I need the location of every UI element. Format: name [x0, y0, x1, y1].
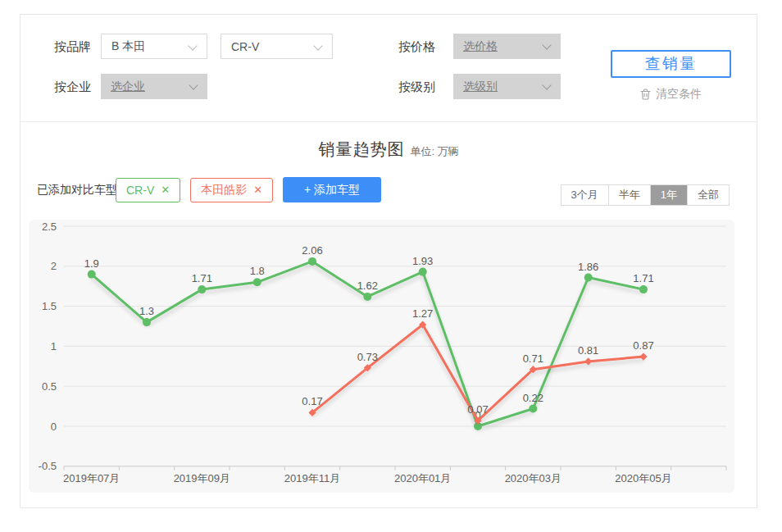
compare-tags: CR-V✕本田皓影✕+ 添加车型	[116, 177, 381, 202]
close-icon[interactable]: ✕	[253, 184, 262, 195]
level-select[interactable]: 选级别	[453, 74, 561, 99]
svg-text:1.71: 1.71	[633, 272, 653, 284]
chart-unit-label: 单位: 万辆	[410, 145, 458, 157]
chart-title-row: 销量趋势图单位: 万辆	[20, 139, 757, 161]
add-model-button[interactable]: + 添加车型	[283, 177, 381, 202]
brand-select-value: B 本田	[111, 39, 145, 54]
price-select[interactable]: 选价格	[453, 34, 561, 59]
clear-filters-label: 清空条件	[656, 87, 702, 102]
chevron-down-icon	[189, 80, 198, 89]
level-select-placeholder: 选级别	[463, 80, 498, 94]
price-select-placeholder: 选价格	[463, 39, 498, 54]
chart-title: 销量趋势图	[318, 140, 404, 158]
compare-tag-2[interactable]: 本田皓影✕	[190, 178, 273, 202]
main-panel: 按品牌 B 本田 CR-V 按价格 选价格 按企业 选企业 按级别 选级别 查销…	[20, 14, 757, 508]
chevron-down-icon	[542, 80, 551, 89]
svg-text:0.73: 0.73	[357, 351, 378, 363]
svg-text:0.5: 0.5	[42, 380, 57, 393]
compare-models-label: 已添加对比车型:	[37, 183, 120, 198]
compare-tag-label: 本田皓影	[201, 183, 247, 198]
svg-text:0.07: 0.07	[467, 403, 488, 416]
chart-area[interactable]: -0.500.511.522.52019年07月2019年09月2019年11月…	[29, 220, 734, 493]
svg-text:1.8: 1.8	[250, 265, 265, 277]
svg-text:1.86: 1.86	[578, 261, 598, 273]
brand-filter-label: 按品牌	[54, 39, 91, 55]
svg-text:0: 0	[51, 421, 57, 433]
company-filter-label: 按企业	[54, 80, 91, 95]
svg-text:1.71: 1.71	[192, 272, 212, 284]
company-select[interactable]: 选企业	[101, 74, 207, 99]
svg-text:0.22: 0.22	[523, 392, 543, 404]
chevron-down-icon	[542, 40, 551, 49]
svg-text:1.62: 1.62	[357, 280, 378, 292]
sales-trend-chart: -0.500.511.522.52019年07月2019年09月2019年11月…	[29, 220, 734, 493]
compare-tag-label: CR-V	[126, 184, 154, 197]
range-option[interactable]: 3个月	[561, 185, 608, 205]
svg-text:2.06: 2.06	[302, 244, 322, 257]
svg-text:2.5: 2.5	[42, 221, 57, 233]
query-sales-button[interactable]: 查销量	[611, 50, 731, 78]
svg-text:2020年01月: 2020年01月	[394, 472, 451, 484]
svg-text:1.27: 1.27	[412, 307, 433, 320]
range-option[interactable]: 半年	[608, 185, 650, 205]
svg-text:0.81: 0.81	[578, 344, 598, 357]
svg-text:0.17: 0.17	[302, 395, 322, 407]
trash-icon	[640, 89, 651, 100]
svg-text:1.9: 1.9	[84, 257, 99, 270]
svg-text:0.71: 0.71	[523, 352, 543, 365]
svg-text:-0.5: -0.5	[39, 460, 57, 472]
time-range-switcher: 3个月半年1年全部	[561, 184, 730, 206]
svg-text:1.3: 1.3	[139, 305, 154, 317]
level-filter-label: 按级别	[398, 80, 435, 95]
brand-select[interactable]: B 本田	[101, 34, 207, 59]
svg-text:2020年03月: 2020年03月	[505, 472, 561, 484]
svg-text:1.5: 1.5	[42, 300, 57, 312]
clear-filters-button[interactable]: 清空条件	[611, 87, 731, 102]
company-select-placeholder: 选企业	[111, 80, 145, 94]
svg-text:2: 2	[51, 260, 57, 272]
model-select[interactable]: CR-V	[221, 34, 333, 59]
range-option[interactable]: 全部	[687, 185, 729, 205]
svg-text:2019年11月: 2019年11月	[284, 472, 340, 484]
close-icon[interactable]: ✕	[161, 184, 170, 195]
compare-tag-1[interactable]: CR-V✕	[116, 178, 180, 202]
svg-text:0.87: 0.87	[633, 339, 653, 352]
svg-text:1.93: 1.93	[412, 255, 433, 267]
chevron-down-icon	[188, 41, 197, 50]
range-option[interactable]: 1年	[650, 185, 687, 205]
price-filter-label: 按价格	[398, 39, 435, 55]
svg-text:1: 1	[51, 340, 57, 352]
section-divider	[20, 121, 757, 122]
svg-text:2020年05月: 2020年05月	[615, 472, 671, 484]
chevron-down-icon	[313, 41, 322, 50]
svg-text:2019年07月: 2019年07月	[63, 472, 120, 484]
model-select-value: CR-V	[231, 40, 259, 53]
svg-text:2019年09月: 2019年09月	[174, 472, 230, 484]
